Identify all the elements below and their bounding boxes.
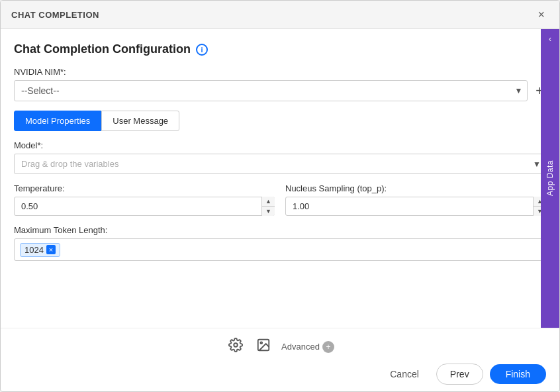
two-col-row: Temperature: ▲ ▼ Nucleus Sampling (top_p… xyxy=(14,183,546,216)
side-panel-arrow-icon: ‹ xyxy=(549,34,551,44)
nucleus-sampling-label: Nucleus Sampling (top_p): xyxy=(285,183,546,193)
modal-header: CHAT COMPLETION × xyxy=(1,1,559,29)
modal-footer: Advanced + Cancel Prev Finish xyxy=(1,328,559,391)
temperature-label: Temperature: xyxy=(14,183,275,193)
action-row: Cancel Prev Finish xyxy=(14,364,546,385)
temperature-input-wrap: ▲ ▼ xyxy=(14,197,275,216)
token-tag: 1024 × xyxy=(20,243,60,257)
temperature-up-btn[interactable]: ▲ xyxy=(262,197,275,207)
max-token-label: Maximum Token Length: xyxy=(14,225,546,235)
nucleus-sampling-field: Nucleus Sampling (top_p): ▲ ▼ xyxy=(285,183,546,216)
temperature-down-btn[interactable]: ▼ xyxy=(262,207,275,216)
tab-user-message[interactable]: User Message xyxy=(101,111,179,131)
tabs-container: Model Properties User Message xyxy=(14,111,546,131)
modal-container: CHAT COMPLETION × Chat Completion Config… xyxy=(0,0,560,392)
advanced-row: Advanced + xyxy=(14,335,546,358)
prev-button[interactable]: Prev xyxy=(436,364,483,385)
svg-point-0 xyxy=(234,343,238,347)
nvidia-nim-row: --Select-- ▼ + xyxy=(14,80,546,101)
nvidia-nim-select[interactable]: --Select-- xyxy=(14,80,528,101)
advanced-plus-btn[interactable]: + xyxy=(322,341,334,353)
tab-model-properties[interactable]: Model Properties xyxy=(14,111,101,131)
advanced-label: Advanced + xyxy=(281,341,334,353)
close-button[interactable]: × xyxy=(534,7,549,22)
nucleus-sampling-input-wrap: ▲ ▼ xyxy=(285,197,546,216)
section-title-text: Chat Completion Configuration xyxy=(14,42,191,56)
gear-icon xyxy=(228,338,243,352)
model-label: Model*: xyxy=(14,140,546,150)
max-token-field: Maximum Token Length: 1024 × xyxy=(14,225,546,261)
model-select[interactable]: Drag & drop the variables xyxy=(14,154,546,174)
modal-body: Chat Completion Configuration i NVIDIA N… xyxy=(1,29,559,328)
photo-icon xyxy=(256,338,271,352)
info-icon[interactable]: i xyxy=(196,44,208,56)
temperature-spinner-btns: ▲ ▼ xyxy=(261,197,275,216)
nvidia-nim-select-wrapper: --Select-- ▼ xyxy=(14,80,528,101)
nucleus-sampling-input[interactable] xyxy=(285,197,546,216)
svg-point-2 xyxy=(260,342,262,344)
settings-icon-button[interactable] xyxy=(226,335,246,358)
nvidia-nim-label: NVIDIA NIM*: xyxy=(14,67,546,77)
cancel-button[interactable]: Cancel xyxy=(379,364,430,384)
max-token-input-container[interactable]: 1024 × xyxy=(14,238,546,261)
token-tag-value: 1024 xyxy=(24,245,44,255)
modal-title: CHAT COMPLETION xyxy=(11,10,99,20)
side-panel-label: App Data xyxy=(545,160,555,196)
finish-button[interactable]: Finish xyxy=(490,364,546,384)
token-tag-remove-btn[interactable]: × xyxy=(46,245,56,254)
section-title-row: Chat Completion Configuration i xyxy=(14,42,546,56)
temperature-input[interactable] xyxy=(14,197,275,216)
image-icon-button[interactable] xyxy=(254,335,273,358)
side-panel[interactable]: ‹ App Data xyxy=(541,29,559,328)
temperature-field: Temperature: ▲ ▼ xyxy=(14,183,275,216)
model-field-wrapper: Drag & drop the variables ▼ xyxy=(14,154,546,174)
